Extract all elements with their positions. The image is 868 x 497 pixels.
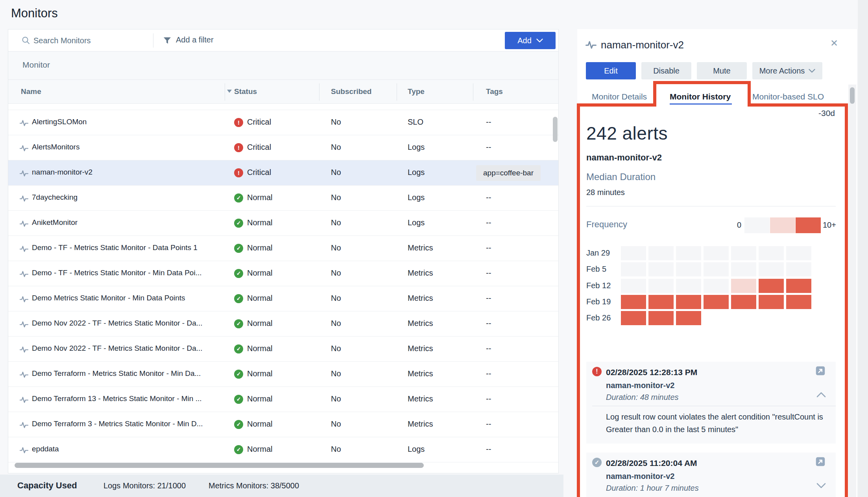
- table-row[interactable]: AlertsMonitors!CriticalNoLogs--: [8, 135, 558, 160]
- subscribed-value: No: [331, 218, 341, 227]
- subscribed-value: No: [331, 294, 341, 303]
- open-in-new-icon[interactable]: [814, 365, 826, 377]
- heatmap-cell: [648, 295, 674, 309]
- heatmap-cell: [704, 262, 729, 276]
- type-value: Logs: [408, 445, 425, 454]
- table-row[interactable]: Demo Nov 2022 - TF - Metrics Static Moni…: [8, 337, 558, 362]
- annotation-tab-right: [748, 81, 751, 106]
- disable-button[interactable]: Disable: [641, 62, 691, 79]
- table-row[interactable]: 7daychecking✓NormalNoLogs--: [8, 186, 558, 211]
- heatmap-cell: [759, 262, 784, 276]
- table-horizontal-scrollbar[interactable]: [15, 463, 424, 468]
- type-value: Logs: [408, 143, 425, 152]
- more-actions-button[interactable]: More Actions: [752, 62, 822, 79]
- alert-card: ✓02/28/2025 11:20:04 AMnaman-monitor-v2D…: [586, 453, 836, 497]
- panel-scrollbar-thumb[interactable]: [850, 87, 855, 104]
- median-duration-label: Median Duration: [586, 171, 656, 182]
- mute-button[interactable]: Mute: [697, 62, 747, 79]
- tab-monitor-based-slo[interactable]: Monitor-based SLO: [752, 92, 824, 101]
- monitor-pulse-icon: [19, 445, 29, 455]
- panel-scrollbar-track[interactable]: [848, 85, 856, 497]
- type-value: Metrics: [408, 420, 433, 429]
- status-value: Normal: [247, 420, 272, 429]
- table-row[interactable]: Demo - TF - Metrics Static Monitor - Dat…: [8, 236, 558, 261]
- tags-value: --: [486, 319, 491, 328]
- column-header-type[interactable]: Type: [408, 87, 425, 96]
- table-row[interactable]: Demo Terraform 3 - Metrics Static Monito…: [8, 412, 558, 437]
- critical-status-icon: !: [234, 118, 243, 127]
- alert-card-divider: [592, 406, 836, 406]
- heatmap-row-label: Feb 19: [586, 297, 611, 306]
- table-row[interactable]: Demo Terraform - Metrics Static Monitor …: [8, 362, 558, 387]
- type-value: Metrics: [408, 243, 433, 252]
- table-column-header-row: Name Status Subscribed Type Tags: [8, 80, 558, 104]
- type-value: Logs: [408, 193, 425, 202]
- sort-descending-icon[interactable]: [227, 90, 232, 93]
- alert-timestamp: 02/28/2025 12:28:13 PM: [606, 368, 697, 377]
- edit-button[interactable]: Edit: [586, 62, 636, 79]
- heatmap-cell: [648, 246, 674, 260]
- alert-monitor-link[interactable]: naman-monitor-v2: [606, 472, 674, 481]
- subscribed-value: No: [331, 369, 341, 378]
- open-in-new-icon[interactable]: [814, 456, 826, 468]
- subscribed-value: No: [331, 243, 341, 252]
- search-input[interactable]: [33, 33, 144, 48]
- monitor-details-panel: naman-monitor-v2 ✕ EditDisableMuteMore A…: [577, 29, 857, 497]
- column-header-status[interactable]: Status: [234, 87, 257, 96]
- status-value: Critical: [247, 143, 271, 152]
- active-tab-underline: [670, 103, 732, 105]
- normal-status-icon: ✓: [234, 294, 243, 303]
- heatmap-row-label: Jan 29: [586, 248, 610, 258]
- alert-monitor-link[interactable]: naman-monitor-v2: [606, 381, 674, 390]
- column-header-subscribed[interactable]: Subscribed: [331, 87, 371, 96]
- table-row[interactable]: Demo Terraform 13 - Metrics Static Monit…: [8, 387, 558, 412]
- table-vertical-scrollbar[interactable]: [553, 117, 558, 142]
- heatmap-cell: [648, 311, 674, 325]
- table-row[interactable]: AlertingSLOMon!CriticalNoSLO--: [8, 110, 558, 135]
- frequency-label: Frequency: [586, 219, 627, 230]
- table-row[interactable]: epddata✓NormalNoLogs--: [8, 437, 558, 462]
- chevron-up-icon[interactable]: [816, 392, 826, 398]
- table-row[interactable]: Demo Nov 2022 - TF - Metrics Static Moni…: [8, 311, 558, 337]
- tags-value: --: [486, 369, 491, 378]
- heatmap-cell: [759, 295, 784, 309]
- tab-monitor-details[interactable]: Monitor Details: [592, 92, 647, 101]
- table-row[interactable]: AniketMonitor✓NormalNoLogs--: [8, 211, 558, 236]
- heatmap-cell: [621, 295, 646, 309]
- heatmap-cell: [786, 295, 811, 309]
- heatmap-cell: [676, 262, 701, 276]
- table-row[interactable]: naman-monitor-v2!CriticalNoLogsapp=coffe…: [8, 160, 558, 186]
- table-row[interactable]: Demo - TF - Metrics Static Monitor - Min…: [8, 261, 558, 286]
- status-value: Normal: [247, 294, 272, 303]
- heatmap-cell: [648, 279, 674, 293]
- heatmap-cell: [786, 279, 811, 293]
- filter-icon: [163, 36, 172, 45]
- add-filter-button[interactable]: Add a filter: [176, 35, 214, 44]
- chevron-down-icon[interactable]: [816, 482, 826, 489]
- normal-status-icon: ✓: [234, 370, 243, 379]
- chevron-down-icon: [809, 69, 815, 73]
- table-row[interactable]: Demo Metrics Static Monitor - Min Data P…: [8, 286, 558, 311]
- tags-value: --: [486, 420, 491, 429]
- type-value: Logs: [408, 218, 425, 227]
- monitor-name: Demo Terraform - Metrics Static Monitor …: [32, 369, 201, 378]
- heatmap-row-label: Feb 26: [586, 313, 611, 322]
- add-button[interactable]: Add: [505, 32, 556, 49]
- monitor-name: naman-monitor-v2: [32, 168, 92, 177]
- subscribed-value: No: [331, 269, 341, 278]
- column-header-name[interactable]: Name: [21, 87, 41, 96]
- critical-status-icon: !: [234, 143, 243, 152]
- type-value: Metrics: [408, 369, 433, 378]
- panel-title: naman-monitor-v2: [601, 39, 684, 51]
- close-icon[interactable]: ✕: [830, 38, 838, 49]
- status-value: Normal: [247, 445, 272, 454]
- heatmap-cell: [621, 262, 646, 276]
- heatmap-cell: [786, 262, 811, 276]
- heatmap-cell: [648, 262, 674, 276]
- column-header-tags[interactable]: Tags: [486, 87, 503, 96]
- tab-monitor-history[interactable]: Monitor History: [670, 92, 731, 101]
- normal-status-icon: ✓: [234, 344, 243, 353]
- type-value: Logs: [408, 168, 425, 177]
- status-value: Normal: [247, 319, 272, 328]
- monitor-pulse-icon: [19, 219, 29, 228]
